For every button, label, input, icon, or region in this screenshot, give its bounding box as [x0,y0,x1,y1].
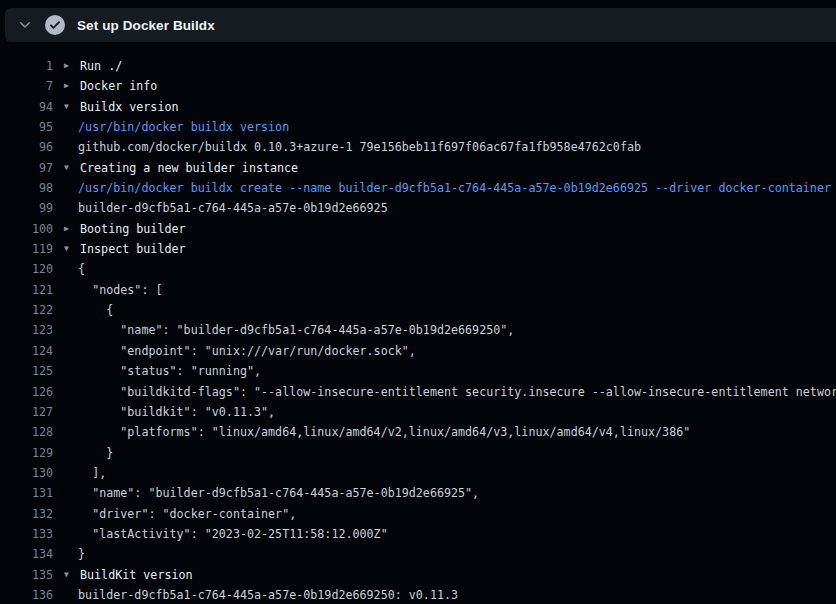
group-title: Booting builder [80,219,186,239]
log-group-row[interactable]: 1▶Run ./ [0,56,836,76]
line-number[interactable]: 131 [0,483,53,503]
log-line-row: 95 /usr/bin/docker buildx version [0,117,836,137]
output-text: "name": "builder-d9cfb5a1-c764-445a-a57e… [64,320,514,340]
log-line-row: 132 "driver": "docker-container", [0,504,836,524]
line-number[interactable]: 95 [0,117,53,137]
group-title: Creating a new builder instance [80,158,298,178]
output-text: "endpoint": "unix:///var/run/docker.sock… [64,341,416,361]
workflow-log-viewer: Set up Docker Buildx 1▶Run ./7▶Docker in… [0,8,836,604]
line-number[interactable]: 94 [0,97,53,117]
line-number[interactable]: 126 [0,382,53,402]
log-line-row: 136 builder-d9cfb5a1-c764-445a-a57e-0b19… [0,585,836,604]
line-number[interactable]: 98 [0,178,53,198]
line-number[interactable]: 1 [0,56,53,76]
group-title: Run ./ [80,56,122,76]
line-number[interactable]: 97 [0,158,53,178]
line-number[interactable]: 96 [0,137,53,157]
group-title: Docker info [80,76,157,96]
log-line-row: 126 "buildkitd-flags": "--allow-insecure… [0,382,836,402]
output-text: ], [64,463,106,483]
group-expanded-icon: ▼ [64,565,80,585]
output-text: "name": "builder-d9cfb5a1-c764-445a-a57e… [64,483,479,503]
log-line-row: 122 { [0,300,836,320]
log-group-row[interactable]: 119▼Inspect builder [0,239,836,259]
log-line-row: 134 } [0,544,836,564]
line-number[interactable]: 125 [0,361,53,381]
output-text: "platforms": "linux/amd64,linux/amd64/v2… [64,422,690,442]
line-number[interactable]: 128 [0,422,53,442]
log-line-row: 125 "status": "running", [0,361,836,381]
log-line-row: 98 /usr/bin/docker buildx create --name … [0,178,836,198]
log-line-row: 99 builder-d9cfb5a1-c764-445a-a57e-0b19d… [0,198,836,218]
log-line-row: 124 "endpoint": "unix:///var/run/docker.… [0,341,836,361]
group-title: Inspect builder [80,239,186,259]
output-text: } [64,544,85,564]
group-collapsed-icon: ▶ [64,56,80,76]
log-lines-container: 1▶Run ./7▶Docker info94▼Buildx version95… [0,56,836,604]
line-number[interactable]: 133 [0,524,53,544]
output-text: "nodes": [ [64,280,163,300]
group-expanded-icon: ▼ [64,158,80,178]
output-text: } [64,443,113,463]
step-header[interactable]: Set up Docker Buildx [5,8,836,42]
log-line-row: 120 { [0,259,836,279]
log-group-row[interactable]: 7▶Docker info [0,76,836,96]
group-collapsed-icon: ▶ [64,219,80,239]
output-text: builder-d9cfb5a1-c764-445a-a57e-0b19d2e6… [64,585,458,604]
step-title: Set up Docker Buildx [77,18,215,33]
line-number[interactable]: 132 [0,504,53,524]
group-expanded-icon: ▼ [64,239,80,259]
check-circle-icon [45,15,65,35]
output-text: "status": "running", [64,361,261,381]
output-text: "buildkit": "v0.11.3", [64,402,275,422]
log-line-row: 131 "name": "builder-d9cfb5a1-c764-445a-… [0,483,836,503]
log-line-row: 127 "buildkit": "v0.11.3", [0,402,836,422]
log-line-row: 133 "lastActivity": "2023-02-25T11:58:12… [0,524,836,544]
output-text: builder-d9cfb5a1-c764-445a-a57e-0b19d2e6… [64,198,388,218]
output-text: { [64,300,113,320]
log-group-row[interactable]: 135▼BuildKit version [0,565,836,585]
line-number[interactable]: 130 [0,463,53,483]
line-number[interactable]: 119 [0,239,53,259]
group-expanded-icon: ▼ [64,97,80,117]
line-number[interactable]: 120 [0,259,53,279]
group-title: BuildKit version [80,565,193,585]
log-line-row: 130 ], [0,463,836,483]
log-group-row[interactable]: 97▼Creating a new builder instance [0,158,836,178]
output-text: "driver": "docker-container", [64,504,296,524]
output-text: "lastActivity": "2023-02-25T11:58:12.000… [64,524,388,544]
output-text: github.com/docker/buildx 0.10.3+azure-1 … [64,137,641,157]
command-text: /usr/bin/docker buildx version [64,117,289,137]
group-collapsed-icon: ▶ [64,76,80,96]
line-number[interactable]: 127 [0,402,53,422]
line-number[interactable]: 136 [0,585,53,604]
log-line-row: 121 "nodes": [ [0,280,836,300]
chevron-down-icon[interactable] [17,17,33,33]
command-text: /usr/bin/docker buildx create --name bui… [64,178,831,198]
line-number[interactable]: 134 [0,544,53,564]
line-number[interactable]: 129 [0,443,53,463]
group-title: Buildx version [80,97,179,117]
log-group-row[interactable]: 100▶Booting builder [0,219,836,239]
line-number[interactable]: 135 [0,565,53,585]
log-group-row[interactable]: 94▼Buildx version [0,97,836,117]
line-number[interactable]: 123 [0,320,53,340]
line-number[interactable]: 7 [0,76,53,96]
log-line-row: 129 } [0,443,836,463]
output-text: "buildkitd-flags": "--allow-insecure-ent… [64,382,836,402]
line-number[interactable]: 124 [0,341,53,361]
line-number[interactable]: 99 [0,198,53,218]
line-number[interactable]: 122 [0,300,53,320]
line-number[interactable]: 100 [0,219,53,239]
log-line-row: 128 "platforms": "linux/amd64,linux/amd6… [0,422,836,442]
log-line-row: 123 "name": "builder-d9cfb5a1-c764-445a-… [0,320,836,340]
log-line-row: 96 github.com/docker/buildx 0.10.3+azure… [0,137,836,157]
output-text: { [64,259,85,279]
line-number[interactable]: 121 [0,280,53,300]
